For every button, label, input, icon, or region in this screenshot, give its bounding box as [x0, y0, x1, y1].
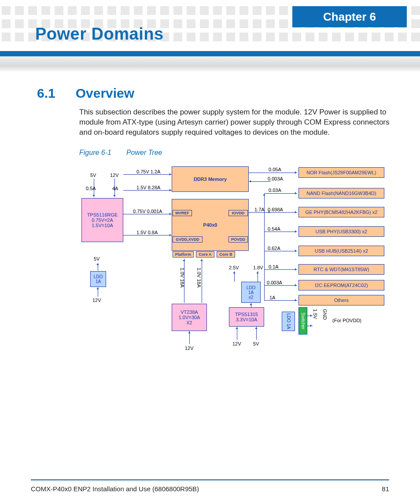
pin-povdd: POVDD — [228, 236, 248, 243]
load-2: NAND Flash(NAND16GW3B4D) — [298, 188, 384, 199]
label-12v: 12V — [110, 173, 119, 178]
load-9-i: 1A — [269, 295, 275, 300]
footer-rule — [31, 479, 389, 480]
label-4a: 4A — [112, 186, 118, 191]
load-7-i: 0.1A — [269, 264, 279, 269]
load-5-i: 0.54A — [268, 226, 280, 232]
figure-title: Power Tree — [126, 149, 162, 157]
load-1-i: 0.003A — [268, 176, 283, 181]
footer-page: 81 — [382, 485, 389, 493]
load-4: GE PHY(BCM5482HA2KFBG) x2 — [298, 207, 384, 217]
figure-label: Figure 6-1 Power Tree — [79, 149, 162, 157]
vt-in-label: 12V — [185, 346, 194, 351]
grey-stripe — [0, 56, 420, 72]
chapter-tab: Chapter 6 — [292, 6, 407, 27]
footer-doc: COMX-P40x0 ENP2 Installation and Use (68… — [31, 485, 199, 493]
label-5v: 5V — [90, 173, 96, 178]
rail-0p75-0p001a: 0.75V 0.001A — [133, 209, 162, 214]
rail-1p5-8p28a: 1.5V 8.28A — [136, 185, 160, 190]
tps51-out-b: 1.8V — [253, 265, 263, 270]
load-0: NOR Flash(JS28F00AM29EWL) — [298, 167, 384, 178]
figure-number: Figure 6-1 — [79, 149, 111, 157]
load-5: USB PHY(USB3300) x2 — [298, 226, 384, 237]
tps51-out-a: 2.5V — [229, 265, 239, 270]
block-ldo1: LDO 1A — [90, 271, 106, 287]
rail-0p75-1p2a: 0.75V 1.2A — [136, 169, 160, 174]
ldo1-in-label: 12V — [92, 298, 101, 303]
load-8-i: 0.003A — [267, 280, 282, 285]
load-2-i: 0.03A — [269, 188, 281, 193]
load-0-i: 0.05A — [269, 167, 281, 172]
load-6: USB HUB(USB2514I) x2 — [298, 246, 384, 256]
pin-mvref: MVREF — [173, 210, 192, 216]
block-ldo2: LDO 1A x2 — [241, 282, 261, 303]
povdd-note: (For POVDD) — [332, 318, 361, 323]
pin-iovdd: IOVDD — [228, 210, 248, 216]
block-p40x0: P40x0 MVREF IOVDD GVDD,XVDD POVDD Platfo… — [172, 199, 249, 251]
ldo1-out-label: 5V — [94, 256, 99, 261]
load-6-i: 0.62A — [268, 246, 280, 251]
label-0p5a: 0.5A — [86, 186, 96, 191]
blue-bar — [0, 51, 420, 56]
pin-gvdd: GVDD,XVDD — [173, 236, 203, 243]
block-tps5116: TPS5116RGE 0.75V=2A 1.5V=10A — [81, 198, 123, 242]
block-switcher: Switcher — [298, 307, 307, 335]
chapter-title: Power Domains — [35, 25, 164, 44]
rail-1p5-0p8a: 1.5V 0.8A — [136, 230, 158, 235]
povdd-gnd: GND — [322, 309, 328, 320]
block-ddr3: DDR3 Memory — [172, 166, 249, 192]
section-number: 6.1 — [37, 86, 55, 101]
power-tree-diagram: 5V 12V 0.5A 4A TPS5116RGE 0.75V=2A 1.5V=… — [79, 164, 405, 379]
tps51-in-b: 5V — [253, 341, 259, 346]
block-ldo3: LDO 1A — [282, 312, 295, 331]
block-tps51315: TPS51315 3.3V=10A — [229, 307, 264, 327]
pin-platform: Platform — [173, 251, 194, 258]
overview-text: This subsection describes the power supp… — [79, 107, 390, 138]
povdd-1p5v: 1.5V — [313, 309, 318, 319]
pin-corea: Core A — [196, 251, 214, 258]
section-header: 6.1 Overview — [37, 86, 394, 101]
header-banner: Chapter 6 Power Domains — [0, 6, 420, 46]
load-8: I2C EEPROM(AT24C02) — [298, 280, 384, 291]
vt-rail2: 1.0V 18A — [196, 268, 202, 287]
tps51-in-a: 12V — [232, 341, 241, 346]
load-3-i: 1.7A — [254, 207, 265, 212]
block-vt238a: VT238A 1.0V=30A X2 — [172, 304, 207, 331]
pin-coreb: Core B — [217, 251, 235, 258]
load-4-i: 0.698A — [268, 207, 283, 212]
footer: COMX-P40x0 ENP2 Installation and Use (68… — [31, 485, 389, 493]
load-9: Others — [298, 295, 384, 305]
section-title: Overview — [76, 86, 134, 101]
p40-label: P40x0 — [203, 222, 217, 228]
load-7: RTC & WDT(M41ST85W) — [298, 264, 384, 275]
